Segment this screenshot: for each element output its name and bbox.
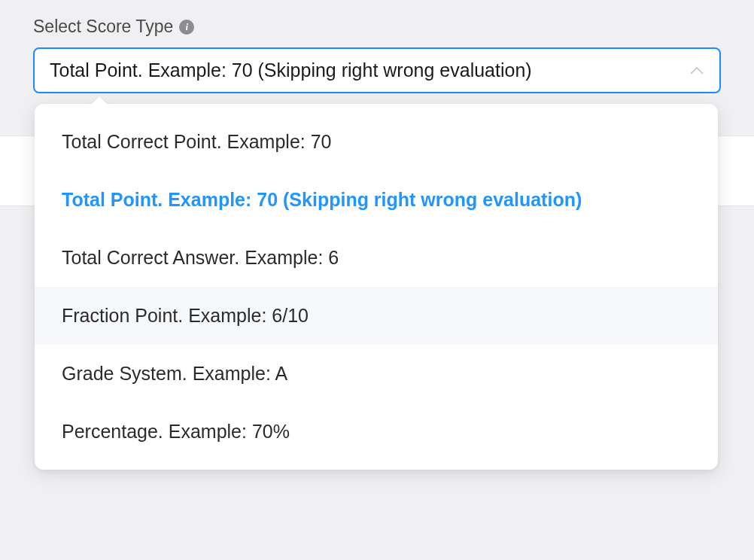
- option-grade-system[interactable]: Grade System. Example: A: [35, 345, 718, 403]
- option-total-point[interactable]: Total Point. Example: 70 (Skipping right…: [35, 171, 718, 229]
- option-fraction-point[interactable]: Fraction Point. Example: 6/10: [35, 287, 718, 345]
- score-type-select[interactable]: Total Point. Example: 70 (Skipping right…: [33, 47, 721, 93]
- option-total-correct-answer[interactable]: Total Correct Answer. Example: 6: [35, 229, 718, 287]
- field-label-row: Select Score Type i: [33, 17, 721, 37]
- score-type-dropdown: Total Correct Point. Example: 70 Total P…: [35, 104, 718, 470]
- chevron-up-icon: [689, 65, 704, 76]
- option-percentage[interactable]: Percentage. Example: 70%: [35, 403, 718, 461]
- option-total-correct-point[interactable]: Total Correct Point. Example: 70: [35, 113, 718, 171]
- field-label: Select Score Type: [33, 17, 173, 37]
- score-type-field: Select Score Type i Total Point. Example…: [0, 0, 754, 93]
- select-value: Total Point. Example: 70 (Skipping right…: [50, 59, 532, 81]
- info-icon-glyph: i: [185, 21, 188, 33]
- info-icon[interactable]: i: [179, 20, 194, 35]
